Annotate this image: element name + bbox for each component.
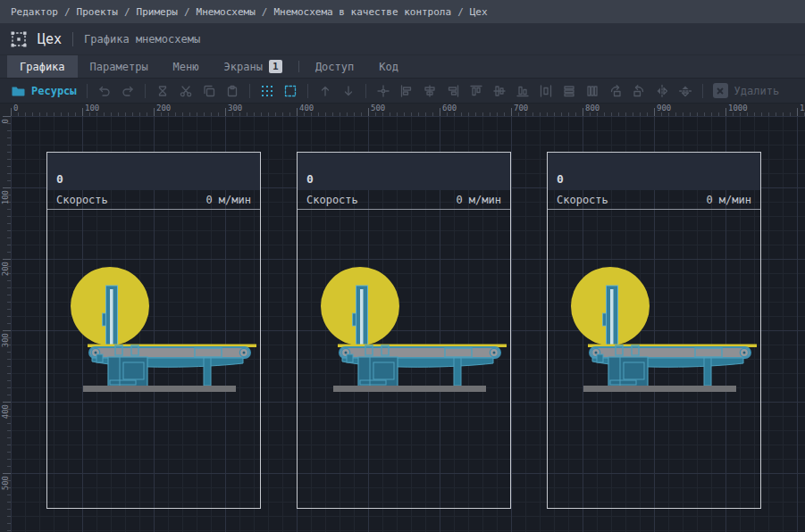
center-button[interactable] [373,81,394,101]
move-down-button[interactable] [338,81,359,101]
move-up-button[interactable] [314,81,336,101]
grid-snap-button[interactable] [256,81,278,101]
align-middle-icon [492,84,507,98]
stack-rows-icon [562,84,576,98]
align-left-button[interactable] [396,81,417,101]
paste-button[interactable] [222,81,243,101]
page-title: Цех [38,31,62,47]
align-right-icon [446,84,460,98]
cut-button[interactable] [175,81,197,101]
stack-rows-button[interactable] [558,81,580,101]
speed-label: Скорость [56,194,108,206]
h-ruler-label: 800 [585,104,600,112]
marquee-icon [283,84,298,98]
copy-button[interactable] [198,81,220,101]
mnemo-panel-3[interactable]: 0 Скорость 0 м/мин [547,152,761,509]
panel-header: 0 [548,153,760,190]
align-bottom-icon [516,84,530,98]
breadcrumb-item[interactable]: Цех [470,6,488,18]
tab-access[interactable]: Доступ [303,55,366,78]
tab-screens[interactable]: Экраны 1 [212,55,295,78]
v-ruler-label: 100 [1,190,10,204]
align-bottom-button[interactable] [512,81,533,101]
h-ruler-label: 1100 [800,104,805,112]
mnemo-panel-1[interactable]: 0 Скорость 0 м/мин [46,152,261,509]
speed-value: 0 м/мин [205,194,251,206]
redo-button[interactable] [117,81,138,101]
h-ruler: 010020030040050060070080090010001100 [11,104,805,116]
tab-graphics[interactable]: Графика [7,55,78,78]
rotate-right-button[interactable] [628,81,650,101]
breadcrumb-item[interactable]: Примеры [137,6,178,18]
h-ruler-label: 500 [371,104,385,112]
mnemo-panel-2[interactable]: 0 Скорость 0 м/мин [297,152,511,509]
divider [365,84,366,98]
v-ruler-label: 400 [1,404,10,419]
copy-icon [202,84,216,98]
speed-row: Скорость 0 м/мин [47,190,260,210]
marquee-select-button[interactable] [280,81,301,101]
align-top-button[interactable] [465,81,487,101]
hourglass-icon [155,84,170,98]
v-ruler: 0100200300400500 [0,116,11,532]
flip-v-button[interactable] [675,81,696,101]
h-ruler-label: 200 [156,104,171,112]
speed-row: Скорость 0 м/мин [548,190,760,210]
resources-button[interactable]: Ресурсы [7,84,80,98]
ruler-corner [0,104,11,116]
stack-columns-button[interactable] [582,81,603,101]
delete-button[interactable]: Удалить [709,83,784,98]
distribute-h-icon [539,84,553,98]
page-subtitle: Графика мнемосхемы [84,33,200,46]
breadcrumb-separator: / [451,6,470,18]
h-ruler-label: 400 [299,104,314,112]
tab-menu[interactable]: Меню [161,55,212,78]
delete-x-icon [713,83,728,98]
scissors-icon [179,84,193,98]
tabs-bar: Графика Параметры Меню Экраны 1 Доступ К… [0,55,805,79]
align-right-button[interactable] [442,81,464,101]
speed-value: 0 м/мин [456,194,501,206]
breadcrumb-item[interactable]: Проекты [77,6,118,18]
v-ruler-label: 0 [1,119,10,123]
align-middle-button[interactable] [489,81,510,101]
align-center-h-icon [423,84,437,98]
center-icon [376,84,390,98]
breadcrumb-item[interactable]: Мнемосхемы [197,6,256,18]
move-down-icon [341,84,356,98]
breadcrumb-item[interactable]: Редактор [11,6,58,18]
flip-h-icon [655,84,669,98]
clear-button[interactable] [152,81,173,101]
breadcrumb-item[interactable]: Мнемосхема в качестве контрола [273,6,451,18]
title-bar: Цех Графика мнемосхемы [0,23,805,55]
panel-header: 0 [298,153,510,190]
move-up-icon [318,84,332,98]
tab-code[interactable]: Код [366,55,411,78]
align-top-icon [469,84,483,98]
divider [87,84,88,98]
flip-h-button[interactable] [651,81,673,101]
v-ruler-label: 300 [1,333,10,347]
align-center-h-button[interactable] [419,81,440,101]
h-ruler-label: 100 [85,104,99,112]
speed-label: Скорость [306,194,358,206]
screens-count-badge: 1 [269,60,282,73]
speed-label: Скорость [557,194,608,206]
undo-icon [97,84,112,98]
mnemoscheme-editor: Редактор/Проекты/Примеры/Мнемосхемы/Мнем… [0,0,805,532]
h-ruler-label: 300 [228,104,242,112]
speed-row: Скорость 0 м/мин [298,190,510,210]
design-canvas[interactable]: 0 Скорость 0 м/мин 0 Скорость 0 м/мин 0 [11,116,805,532]
v-ruler-label: 500 [1,476,10,490]
tab-parameters[interactable]: Параметры [78,55,161,78]
breadcrumb-separator: / [256,6,274,18]
panel-header: 0 [47,153,260,190]
distribute-h-button[interactable] [535,81,557,101]
align-left-icon [399,84,414,98]
breadcrumb-separator: / [178,6,197,18]
divider [298,61,299,72]
rotate-left-icon [608,84,623,98]
divider [72,32,73,46]
undo-button[interactable] [94,81,115,101]
rotate-left-button[interactable] [605,81,626,101]
